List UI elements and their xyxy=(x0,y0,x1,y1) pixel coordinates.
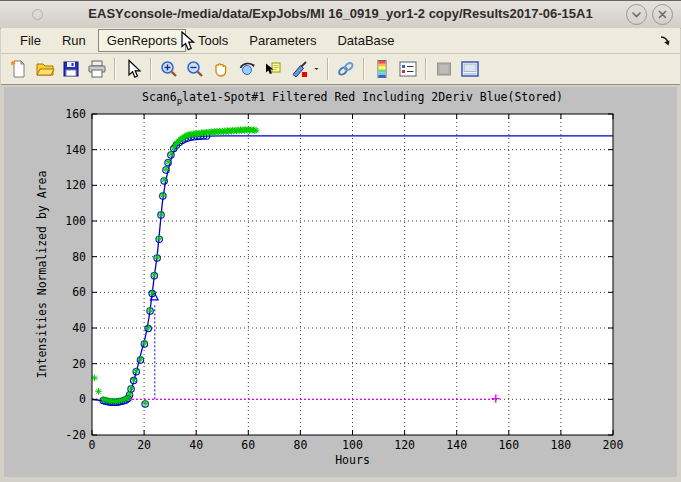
menu-item-parameters[interactable]: Parameters xyxy=(240,29,325,52)
show-plot-tools-icon xyxy=(460,59,480,79)
window-title: EASYconsole-/media/data/ExpJobs/MI 16_09… xyxy=(0,6,681,21)
svg-text:100: 100 xyxy=(65,214,86,228)
show-plot-tools-button[interactable] xyxy=(457,56,483,82)
insert-colorbar-icon xyxy=(372,59,392,79)
svg-text:120: 120 xyxy=(394,438,415,452)
figure-area: 020406080100120140160180200-200204060801… xyxy=(4,87,677,477)
close-icon xyxy=(657,9,668,20)
mouse-cursor-icon xyxy=(181,31,196,52)
toolbar-separator xyxy=(114,58,116,80)
y-axis-label: Intensities Normalized by Area xyxy=(35,171,49,379)
link-plots-button[interactable] xyxy=(333,56,359,82)
svg-text:-20: -20 xyxy=(65,428,86,442)
svg-text:160: 160 xyxy=(65,107,86,121)
dock-arrow-icon[interactable] xyxy=(658,34,672,48)
pan-icon xyxy=(211,59,231,79)
toolbar xyxy=(1,54,680,85)
svg-text:0: 0 xyxy=(79,392,86,406)
menu-item-run[interactable]: Run xyxy=(53,29,95,52)
x-axis-label: Hours xyxy=(335,453,370,467)
svg-text:180: 180 xyxy=(551,438,572,452)
new-file-button[interactable] xyxy=(6,56,32,82)
open-file-icon xyxy=(35,59,55,79)
figure-title: Scan6plate1-Spot#1 Filtered Red Includin… xyxy=(142,90,563,106)
menu-item-genreports[interactable]: GenReports xyxy=(98,29,186,52)
zoom-in-icon xyxy=(159,59,179,79)
svg-text:80: 80 xyxy=(72,250,86,264)
svg-text:100: 100 xyxy=(342,438,363,452)
svg-text:60: 60 xyxy=(72,285,86,299)
svg-text:20: 20 xyxy=(137,438,151,452)
data-cursor-icon xyxy=(263,59,283,79)
print-icon xyxy=(87,59,107,79)
toolbar-separator xyxy=(363,58,365,80)
zoom-in-button[interactable] xyxy=(156,56,182,82)
chevron-down-icon xyxy=(631,9,642,20)
menu-item-tools[interactable]: Tools xyxy=(189,29,237,52)
svg-text:60: 60 xyxy=(241,438,255,452)
brush-button[interactable] xyxy=(286,56,312,82)
insert-legend-icon xyxy=(398,59,418,79)
svg-text:40: 40 xyxy=(72,321,86,335)
pan-button[interactable] xyxy=(208,56,234,82)
svg-text:160: 160 xyxy=(498,438,519,452)
save-button[interactable] xyxy=(58,56,84,82)
plot-canvas[interactable]: 020406080100120140160180200-200204060801… xyxy=(4,87,677,478)
menu-item-file[interactable]: File xyxy=(11,29,50,52)
menu-item-database[interactable]: DataBase xyxy=(328,29,403,52)
application-window: EASYconsole-/media/data/ExpJobs/MI 16_09… xyxy=(0,0,681,482)
brush-icon xyxy=(289,59,309,79)
brush-dropdown-button[interactable] xyxy=(312,56,323,82)
svg-text:140: 140 xyxy=(65,143,86,157)
menu-bar: FileRunGenReportsToolsParametersDataBase xyxy=(1,28,680,54)
pointer-icon xyxy=(123,59,143,79)
svg-text:40: 40 xyxy=(189,438,203,452)
rotate-3d-icon xyxy=(237,59,257,79)
svg-text:20: 20 xyxy=(72,357,86,371)
toolbar-separator xyxy=(425,58,427,80)
data-cursor-button[interactable] xyxy=(260,56,286,82)
zoom-out-button[interactable] xyxy=(182,56,208,82)
zoom-out-icon xyxy=(185,59,205,79)
toolbar-separator xyxy=(327,58,329,80)
svg-text:200: 200 xyxy=(603,438,624,452)
hide-plot-tools-button xyxy=(431,56,457,82)
brush-dropdown-icon xyxy=(312,59,323,79)
link-plots-icon xyxy=(336,59,356,79)
svg-text:80: 80 xyxy=(293,438,307,452)
insert-legend-button[interactable] xyxy=(395,56,421,82)
print-button[interactable] xyxy=(84,56,110,82)
open-file-button[interactable] xyxy=(32,56,58,82)
toolbar-separator xyxy=(150,58,152,80)
title-bar[interactable]: EASYconsole-/media/data/ExpJobs/MI 16_09… xyxy=(0,1,681,29)
insert-colorbar-button[interactable] xyxy=(369,56,395,82)
pointer-button[interactable] xyxy=(120,56,146,82)
svg-text:120: 120 xyxy=(65,178,86,192)
hide-plot-tools-icon xyxy=(434,59,454,79)
new-file-icon xyxy=(9,59,29,79)
svg-text:0: 0 xyxy=(89,438,96,452)
svg-text:140: 140 xyxy=(446,438,467,452)
minimize-button[interactable] xyxy=(626,4,647,25)
save-icon xyxy=(61,59,81,79)
close-button[interactable] xyxy=(652,4,673,25)
rotate-3d-button[interactable] xyxy=(234,56,260,82)
